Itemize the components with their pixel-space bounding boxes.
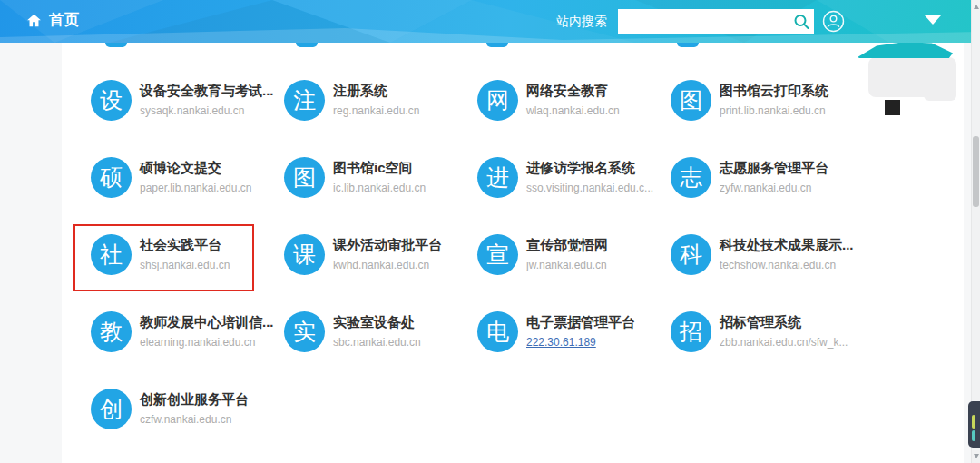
- app-badge-icon: 硕: [91, 157, 132, 198]
- home-nav[interactable]: 首页: [26, 11, 80, 30]
- app-title[interactable]: 硕博论文提交: [140, 160, 251, 177]
- app-url: print.lib.nankai.edu.cn: [720, 104, 828, 117]
- app-item[interactable]: 图 图书馆ic空间 ic.lib.nankai.edu.cn: [284, 157, 477, 234]
- app-item[interactable]: 图 图书馆云打印系统 print.lib.nankai.edu.cn: [671, 80, 864, 157]
- app-item[interactable]: 网 网络安全教育 wlaq.nankai.edu.cn: [477, 80, 671, 157]
- home-label[interactable]: 首页: [49, 11, 80, 30]
- app-title[interactable]: 志愿服务管理平台: [720, 160, 828, 177]
- app-title[interactable]: 宣传部觉悟网: [526, 237, 608, 254]
- app-title[interactable]: 图书馆云打印系统: [720, 83, 828, 100]
- app-badge-icon: 课: [284, 234, 325, 275]
- home-icon: [26, 13, 42, 28]
- masked-region-tail: [924, 91, 956, 101]
- app-url: wlaq.nankai.edu.cn: [526, 104, 620, 117]
- scrolled-icon-arc: [105, 43, 127, 47]
- app-item[interactable]: 志 志愿服务管理平台 zyfw.nankai.edu.cn: [671, 157, 864, 234]
- app-url: techshow.nankai.edu.cn: [720, 259, 854, 271]
- app-badge-icon: 网: [477, 80, 518, 121]
- app-badge-icon: 社: [91, 234, 132, 275]
- site-search-box[interactable]: [618, 9, 814, 34]
- app-url: kwhd.nankai.edu.cn: [333, 259, 442, 271]
- app-badge-icon: 志: [671, 157, 711, 198]
- app-url: jw.nankai.edu.cn: [526, 259, 608, 271]
- app-url: sso.visiting.nankai.edu.c...: [526, 182, 653, 194]
- app-badge-icon: 设: [91, 80, 132, 121]
- app-badge-icon: 招: [671, 311, 711, 352]
- app-badge-icon: 宣: [477, 234, 518, 275]
- app-url: shsj.nankai.edu.cn: [140, 259, 230, 271]
- app-badge-icon: 注: [284, 80, 325, 121]
- app-grid: 设 设备安全教育与考试... sysaqk.nankai.edu.cn 注 注册…: [91, 80, 880, 463]
- search-icon[interactable]: [790, 13, 814, 31]
- scrollbar-thumb[interactable]: [973, 136, 979, 207]
- app-item[interactable]: 设 设备安全教育与考试... sysaqk.nankai.edu.cn: [91, 80, 284, 157]
- app-badge-icon: 实: [284, 311, 325, 352]
- app-title[interactable]: 注册系统: [333, 83, 419, 100]
- app-badge-icon: 进: [477, 157, 518, 198]
- app-url: sbc.nankai.edu.cn: [333, 336, 421, 349]
- app-item[interactable]: 注 注册系统 reg.nankai.edu.cn: [284, 80, 477, 157]
- dropdown-arrow-icon[interactable]: [925, 15, 941, 25]
- scroll-up-arrow[interactable]: [974, 5, 979, 9]
- scrolled-icon-arc: [296, 43, 318, 47]
- scrolled-icon-arc: [486, 43, 508, 47]
- app-url: sysaqk.nankai.edu.cn: [140, 104, 274, 117]
- app-url[interactable]: 222.30.61.189: [526, 336, 635, 349]
- app-url: ic.lib.nankai.edu.cn: [333, 182, 426, 194]
- app-url: elearning.nankai.edu.cn: [140, 336, 274, 349]
- app-title[interactable]: 教师发展中心培训信...: [140, 314, 274, 331]
- black-square-marker: [885, 100, 900, 115]
- app-url: paper.lib.nankai.edu.cn: [140, 182, 251, 194]
- app-item[interactable]: 电 电子票据管理平台 222.30.61.189: [477, 311, 671, 389]
- app-url: zbb.nankai.edu.cn/sfw_k...: [720, 336, 848, 349]
- app-title[interactable]: 科技处技术成果展示...: [720, 237, 854, 254]
- app-item[interactable]: 社 社会实践平台 shsj.nankai.edu.cn: [91, 234, 284, 311]
- app-item[interactable]: 实 实验室设备处 sbc.nankai.edu.cn: [284, 311, 477, 389]
- search-input[interactable]: [618, 9, 790, 34]
- app-title[interactable]: 社会实践平台: [140, 237, 230, 254]
- app-title[interactable]: 图书馆ic空间: [333, 160, 426, 177]
- app-title[interactable]: 创新创业服务平台: [140, 391, 249, 409]
- app-item[interactable]: 宣 宣传部觉悟网 jw.nankai.edu.cn: [477, 234, 671, 311]
- app-url: czfw.nankai.edu.cn: [140, 413, 249, 426]
- app-item[interactable]: 教 教师发展中心培训信... elearning.nankai.edu.cn: [91, 311, 284, 389]
- app-badge-icon: 科: [671, 234, 711, 275]
- app-item[interactable]: 招 招标管理系统 zbb.nankai.edu.cn/sfw_k...: [671, 311, 864, 389]
- app-title[interactable]: 网络安全教育: [526, 83, 620, 100]
- app-title[interactable]: 课外活动审批平台: [333, 237, 442, 254]
- app-badge-icon: 图: [284, 157, 325, 198]
- widget-stripe: [972, 430, 975, 441]
- app-badge-icon: 教: [91, 311, 132, 352]
- app-title[interactable]: 电子票据管理平台: [526, 314, 635, 331]
- app-badge-icon: 电: [477, 311, 518, 352]
- edge-floating-widget[interactable]: [968, 401, 980, 448]
- scrolled-icon-arc: [677, 43, 699, 47]
- app-item[interactable]: 课 课外活动审批平台 kwhd.nankai.edu.cn: [284, 234, 477, 311]
- widget-stripe: [972, 415, 975, 429]
- scroll-down-arrow[interactable]: [974, 454, 979, 458]
- app-url: reg.nankai.edu.cn: [333, 104, 419, 117]
- app-title[interactable]: 实验室设备处: [333, 314, 421, 331]
- app-item[interactable]: 硕 硕博论文提交 paper.lib.nankai.edu.cn: [91, 157, 284, 234]
- app-item[interactable]: 科 科技处技术成果展示... techshow.nankai.edu.cn: [671, 234, 864, 311]
- app-title[interactable]: 进修访学报名系统: [526, 160, 653, 177]
- portal-page: 首页 站内搜索 设 设备安全教育与考试... sysaqk.nanka: [0, 0, 980, 463]
- top-header: 首页 站内搜索: [0, 0, 980, 43]
- app-item[interactable]: 创 创新创业服务平台 czfw.nankai.edu.cn: [91, 389, 284, 463]
- account-icon[interactable]: [822, 10, 845, 33]
- app-title[interactable]: 招标管理系统: [720, 314, 848, 331]
- app-badge-icon: 创: [91, 389, 132, 429]
- vertical-scrollbar[interactable]: [971, 0, 980, 463]
- app-url: zyfw.nankai.edu.cn: [720, 182, 828, 194]
- app-badge-icon: 图: [671, 80, 711, 121]
- site-search-label: 站内搜索: [556, 14, 607, 30]
- app-item[interactable]: 进 进修访学报名系统 sso.visiting.nankai.edu.c...: [477, 157, 671, 234]
- app-title[interactable]: 设备安全教育与考试...: [140, 83, 274, 100]
